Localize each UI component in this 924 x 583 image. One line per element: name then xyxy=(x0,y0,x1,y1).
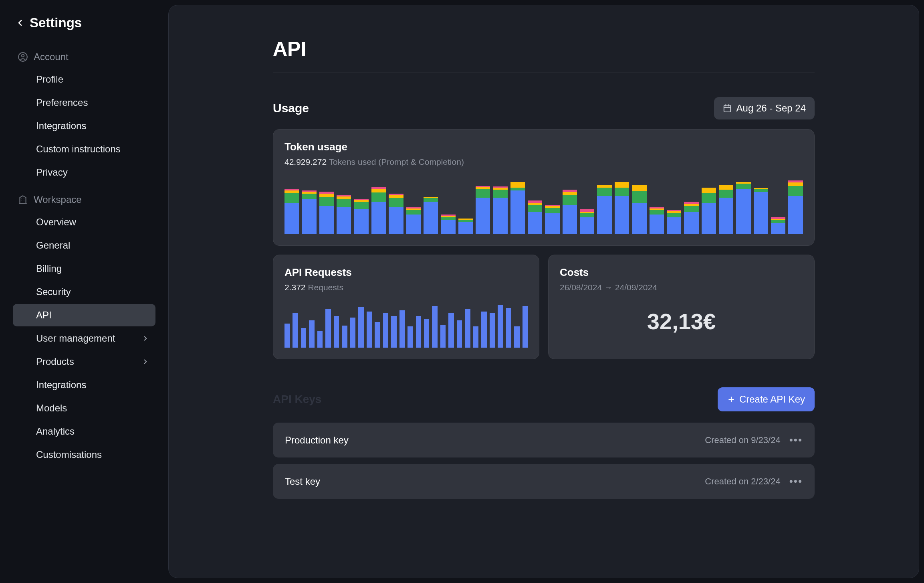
sidebar-item-preferences[interactable]: Preferences xyxy=(13,91,155,114)
chart-bar xyxy=(523,306,528,348)
chart-bar xyxy=(684,202,698,234)
chart-bar xyxy=(301,328,306,348)
token-usage-card: Token usage 42.929.272 Tokens used (Prom… xyxy=(273,129,815,246)
sidebar-item-api[interactable]: API xyxy=(13,304,155,326)
chart-bar xyxy=(342,326,347,348)
sidebar-item-security[interactable]: Security xyxy=(13,281,155,303)
more-icon[interactable]: ••• xyxy=(789,434,803,446)
sidebar-item-models[interactable]: Models xyxy=(13,397,155,419)
chart-bar xyxy=(383,313,388,348)
chart-bar xyxy=(284,324,290,348)
usage-label: Usage xyxy=(273,101,309,115)
chart-bar xyxy=(528,200,542,234)
chart-bar xyxy=(498,305,503,348)
sidebar-section-account: Account xyxy=(13,47,155,67)
chart-bar xyxy=(448,313,454,348)
chart-bar xyxy=(367,312,372,348)
svg-rect-2 xyxy=(724,105,730,112)
api-requests-subtitle: 2.372 Requests xyxy=(284,283,528,292)
chart-bar xyxy=(771,217,785,234)
chart-bar xyxy=(358,307,363,348)
sidebar-item-label: Custom instructions xyxy=(36,144,121,155)
token-usage-title: Token usage xyxy=(284,141,803,153)
calendar-icon xyxy=(723,104,732,113)
sidebar-header[interactable]: Settings xyxy=(13,15,155,30)
sidebar-item-customisations[interactable]: Customisations xyxy=(13,443,155,466)
chart-bar xyxy=(440,325,446,348)
api-requests-card: API Requests 2.372 Requests xyxy=(273,255,539,359)
sidebar-title: Settings xyxy=(30,15,82,30)
sidebar-item-analytics[interactable]: Analytics xyxy=(13,420,155,443)
usage-section-header: Usage Aug 26 - Sep 24 xyxy=(273,97,815,119)
costs-value: 32,13€ xyxy=(560,308,803,334)
sidebar-item-privacy[interactable]: Privacy xyxy=(13,161,155,184)
sidebar-item-label: Billing xyxy=(36,263,62,274)
user-circle-icon xyxy=(18,52,28,62)
chart-bar xyxy=(337,195,351,234)
sidebar-item-integrations[interactable]: Integrations xyxy=(13,374,155,396)
sidebar-item-label: Analytics xyxy=(36,426,75,437)
date-range-picker[interactable]: Aug 26 - Sep 24 xyxy=(714,97,815,119)
chart-bar xyxy=(476,186,490,234)
main-content: API Usage Aug 26 - Sep 24 Token usage 42… xyxy=(168,5,919,578)
api-requests-title: API Requests xyxy=(284,266,528,279)
chart-bar xyxy=(416,316,421,348)
chart-bar xyxy=(545,205,559,234)
chart-bar xyxy=(702,188,716,234)
api-key-date: Created on 2/23/24 xyxy=(705,476,780,487)
chart-bar xyxy=(406,207,421,234)
building-icon xyxy=(18,194,28,205)
api-keys-title: API Keys xyxy=(273,393,321,406)
api-key-name: Test key xyxy=(285,476,320,487)
chart-bar xyxy=(632,185,646,234)
sidebar-item-label: Overview xyxy=(36,217,76,228)
costs-range: 26/08/2024 → 24/09/2024 xyxy=(560,283,803,292)
sidebar-section-workspace: Workspace xyxy=(13,189,155,210)
chart-bar xyxy=(514,326,519,348)
sidebar-item-profile[interactable]: Profile xyxy=(13,68,155,91)
chart-bar xyxy=(493,186,507,234)
sidebar-item-products[interactable]: Products xyxy=(13,350,155,373)
sidebar-item-overview[interactable]: Overview xyxy=(13,211,155,233)
sidebar-item-label: User management xyxy=(36,333,115,344)
chart-bar xyxy=(334,316,339,348)
chart-bar xyxy=(490,313,495,348)
chart-bar xyxy=(325,309,331,348)
chart-bar xyxy=(354,199,368,234)
chart-bar xyxy=(375,322,380,348)
sidebar-item-user-management[interactable]: User management xyxy=(13,327,155,350)
sidebar-item-label: Profile xyxy=(36,74,63,85)
chart-bar xyxy=(506,308,511,348)
chart-bar xyxy=(719,185,733,234)
sidebar-item-label: Privacy xyxy=(36,167,68,178)
chart-bar xyxy=(667,210,681,234)
sidebar-item-integrations[interactable]: Integrations xyxy=(13,115,155,137)
chart-bar xyxy=(432,306,437,348)
chart-bar xyxy=(408,326,413,348)
api-key-row: Production keyCreated on 9/23/24••• xyxy=(273,423,815,457)
sidebar-item-label: Customisations xyxy=(36,449,102,460)
sidebar-item-billing[interactable]: Billing xyxy=(13,257,155,280)
more-icon[interactable]: ••• xyxy=(789,475,803,488)
chart-bar xyxy=(284,189,299,234)
plus-icon xyxy=(727,395,735,403)
api-requests-chart xyxy=(284,304,528,348)
chart-bar xyxy=(319,192,334,234)
chart-bar xyxy=(458,219,473,234)
sidebar-item-custom-instructions[interactable]: Custom instructions xyxy=(13,138,155,160)
sidebar-item-label: General xyxy=(36,240,70,251)
api-key-name: Production key xyxy=(285,435,349,446)
sidebar-item-general[interactable]: General xyxy=(13,234,155,257)
chart-bar xyxy=(317,331,323,348)
chart-bar xyxy=(399,310,405,348)
chart-bar xyxy=(650,207,664,234)
chart-bar xyxy=(473,326,478,348)
create-api-key-button[interactable]: Create API Key xyxy=(718,387,815,411)
chart-bar xyxy=(597,185,611,234)
chart-bar xyxy=(391,316,396,348)
chart-bar xyxy=(302,190,316,234)
chart-bar xyxy=(424,197,438,234)
chart-bar xyxy=(580,209,594,234)
chart-bar xyxy=(510,182,525,234)
chart-bar xyxy=(293,313,298,348)
